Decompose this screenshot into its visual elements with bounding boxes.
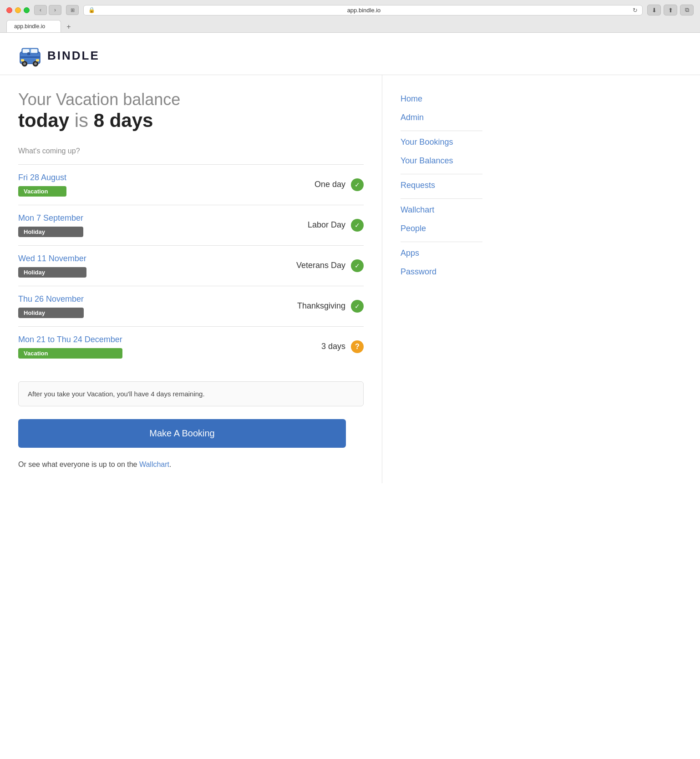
balance-days: 8 days — [94, 110, 153, 131]
status-icon-green: ✓ — [351, 259, 364, 272]
event-left: Fri 28 August Vacation — [18, 173, 66, 197]
logo-container: B BINDLE — [18, 44, 100, 67]
nav-divider — [401, 242, 482, 242]
browser-chrome: ‹ › ⊞ 🔒 app.bindle.io ↻ ⬇ ⬆ ⧉ app.bindle… — [0, 0, 700, 33]
is-word: is — [75, 110, 94, 131]
event-badge: Vacation — [18, 348, 122, 359]
lock-icon: 🔒 — [88, 7, 95, 13]
event-left: Thu 26 November Holiday — [18, 294, 84, 318]
event-badge: Holiday — [18, 267, 86, 278]
nav-link-home[interactable]: Home — [401, 90, 482, 108]
browser-tab[interactable]: app.bindle.io — [6, 20, 61, 32]
today-word: today — [18, 110, 69, 131]
event-right: 3 days ? — [321, 340, 364, 353]
wallchart-text-before: Or see what everyone is up to on the — [18, 460, 139, 468]
content-area: Your Vacation balance today is 8 days Wh… — [18, 75, 382, 483]
tab-label: app.bindle.io — [14, 23, 45, 30]
status-icon-green: ✓ — [351, 178, 364, 191]
nav-group-3: Requests — [401, 176, 482, 195]
main-layout: Your Vacation balance today is 8 days Wh… — [0, 75, 700, 483]
wallchart-footer-text: Or see what everyone is up to on the Wal… — [18, 460, 364, 469]
event-date: Fri 28 August — [18, 173, 66, 182]
url-text: app.bindle.io — [98, 7, 630, 14]
wallchart-link[interactable]: Wallchart — [139, 460, 169, 468]
nav-link-password[interactable]: Password — [401, 263, 482, 281]
nav-link-wallchart[interactable]: Wallchart — [401, 201, 482, 219]
reload-icon[interactable]: ↻ — [633, 7, 638, 14]
whats-coming-label: What's coming up? — [18, 147, 364, 155]
event-item: Fri 28 August Vacation One day ✓ — [18, 164, 364, 205]
status-icon-orange: ? — [351, 340, 364, 353]
event-right: Labor Day ✓ — [308, 219, 364, 232]
event-left: Wed 11 November Holiday — [18, 254, 86, 278]
nav-group-5: Apps Password — [401, 244, 482, 281]
event-label: Labor Day — [308, 220, 345, 230]
event-item: Wed 11 November Holiday Veterans Day ✓ — [18, 245, 364, 286]
event-label: Veterans Day — [296, 261, 345, 270]
event-date: Wed 11 November — [18, 254, 86, 263]
event-label: Thanksgiving — [297, 301, 345, 311]
share-button[interactable]: ⬆ — [664, 5, 677, 15]
event-badge: Holiday — [18, 308, 84, 318]
nav-link-admin[interactable]: Admin — [401, 108, 482, 127]
nav-divider — [401, 174, 482, 174]
logo-area: B BINDLE — [0, 33, 700, 75]
nav-link-your-bookings[interactable]: Your Bookings — [401, 133, 482, 152]
balance-line1: Your Vacation balance — [18, 90, 364, 109]
address-bar[interactable]: 🔒 app.bindle.io ↻ — [83, 5, 643, 15]
download-button[interactable]: ⬇ — [647, 5, 661, 15]
event-left: Mon 21 to Thu 24 December Vacation — [18, 335, 122, 359]
sidebar-toggle-button[interactable]: ⊞ — [66, 5, 79, 15]
window-button[interactable]: ⧉ — [680, 5, 694, 15]
logo-text: BINDLE — [47, 49, 100, 63]
nav-group-4: Wallchart People — [401, 201, 482, 238]
nav-link-apps[interactable]: Apps — [401, 244, 482, 263]
svg-rect-4 — [20, 56, 40, 58]
svg-text:B: B — [27, 51, 30, 56]
vacation-balance-section: Your Vacation balance today is 8 days — [18, 90, 364, 132]
nav-divider — [401, 131, 482, 131]
nav-group-2: Your Bookings Your Balances — [401, 133, 482, 170]
sidebar-nav: Home Admin Your Bookings Your Balances R… — [382, 75, 482, 483]
svg-point-7 — [23, 62, 26, 65]
nav-link-requests[interactable]: Requests — [401, 176, 482, 195]
event-badge: Holiday — [18, 227, 83, 237]
make-booking-button[interactable]: Make A Booking — [18, 419, 346, 448]
svg-rect-11 — [36, 59, 39, 61]
new-tab-button[interactable]: + — [63, 21, 75, 32]
close-button[interactable] — [6, 7, 12, 13]
event-label: 3 days — [321, 342, 345, 351]
back-button[interactable]: ‹ — [34, 5, 47, 15]
svg-point-9 — [34, 62, 37, 65]
event-label: One day — [314, 180, 345, 189]
event-right: Veterans Day ✓ — [296, 259, 364, 272]
forward-button[interactable]: › — [49, 5, 61, 15]
balance-line2: today is 8 days — [18, 109, 364, 132]
nav-group-1: Home Admin — [401, 90, 482, 127]
bindle-logo-icon: B — [18, 44, 42, 67]
event-date: Mon 21 to Thu 24 December — [18, 335, 122, 344]
nav-link-your-balances[interactable]: Your Balances — [401, 152, 482, 170]
nav-divider — [401, 198, 482, 199]
info-box: After you take your Vacation, you'll hav… — [18, 381, 364, 406]
wallchart-text-after: . — [169, 460, 171, 468]
traffic-lights — [6, 7, 30, 13]
minimize-button[interactable] — [15, 7, 21, 13]
page-wrapper: B BINDLE Your Vacation balance today — [0, 33, 700, 483]
info-text: After you take your Vacation, you'll hav… — [28, 390, 205, 398]
event-date: Thu 26 November — [18, 294, 84, 304]
events-list: Fri 28 August Vacation One day ✓ Mon 7 S… — [18, 164, 364, 367]
event-right: One day ✓ — [314, 178, 364, 191]
event-item: Mon 7 September Holiday Labor Day ✓ — [18, 205, 364, 245]
event-left: Mon 7 September Holiday — [18, 213, 83, 237]
status-icon-green: ✓ — [351, 219, 364, 232]
svg-rect-10 — [21, 59, 24, 61]
nav-link-people[interactable]: People — [401, 219, 482, 238]
status-icon-green: ✓ — [351, 300, 364, 313]
event-badge: Vacation — [18, 186, 66, 197]
event-item: Mon 21 to Thu 24 December Vacation 3 day… — [18, 326, 364, 367]
svg-rect-3 — [31, 49, 37, 53]
event-item: Thu 26 November Holiday Thanksgiving ✓ — [18, 286, 364, 326]
event-date: Mon 7 September — [18, 213, 83, 223]
fullscreen-button[interactable] — [24, 7, 30, 13]
